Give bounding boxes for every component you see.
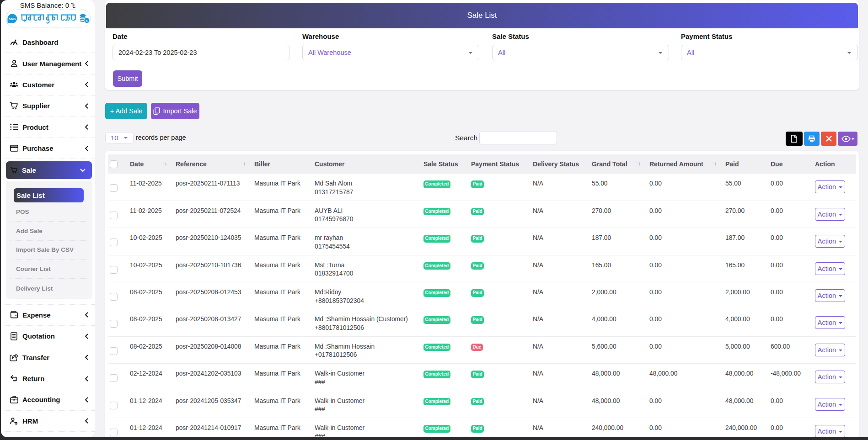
svg-text:SMS: SMS <box>9 17 16 20</box>
